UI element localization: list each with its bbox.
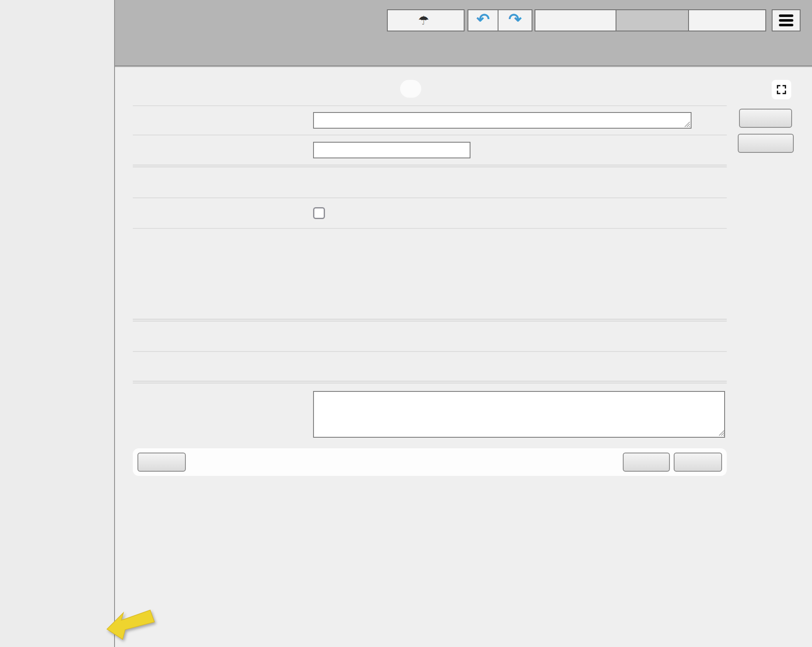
owner-row <box>133 167 727 197</box>
undo-button[interactable]: ↶ <box>468 9 498 31</box>
script-form <box>133 67 727 445</box>
source-textarea[interactable] <box>313 391 725 438</box>
dont-require-permissions-checkbox[interactable] <box>313 207 325 219</box>
run-count-row <box>133 352 727 381</box>
last-time-started-row <box>133 321 727 351</box>
source-row <box>133 383 727 445</box>
apply-button[interactable] <box>623 453 670 472</box>
fullscreen-button[interactable] <box>772 80 791 99</box>
tab-terminal[interactable] <box>689 9 766 31</box>
dont-require-permissions-row <box>133 198 727 228</box>
redo-button[interactable]: ↷ <box>498 9 532 31</box>
redo-arrow-icon: ↷ <box>508 11 521 27</box>
undo-arrow-icon: ↶ <box>476 11 490 27</box>
run-script-button[interactable] <box>738 134 794 153</box>
cancel-button[interactable] <box>137 453 186 472</box>
policy-row <box>133 229 727 319</box>
fullscreen-icon <box>776 84 787 96</box>
mode-tabs <box>535 9 766 31</box>
resize-handle-icon[interactable] <box>718 430 725 436</box>
safe-mode-button[interactable]: ☂ <box>387 9 465 31</box>
name-input[interactable] <box>313 142 470 158</box>
undo-redo-group: ↶ ↷ <box>468 9 532 31</box>
remove-button[interactable] <box>739 109 792 128</box>
content-area <box>115 67 812 647</box>
tab-webfig[interactable] <box>616 9 689 31</box>
hamburger-icon <box>779 14 793 17</box>
webfig-page: { "topbar": { "safe_mode_label": "Safe M… <box>0 0 812 647</box>
umbrella-icon: ☂ <box>418 14 429 27</box>
tab-quick-set[interactable] <box>535 9 616 31</box>
action-bar <box>133 448 727 476</box>
resize-handle-icon[interactable] <box>684 121 690 127</box>
comment-row <box>133 106 727 135</box>
topbar: ☂ ↶ ↷ <box>115 0 812 66</box>
ok-button[interactable] <box>674 453 722 472</box>
name-row <box>133 135 727 165</box>
comment-input[interactable] <box>313 112 692 129</box>
sidebar <box>0 0 115 647</box>
hamburger-menu-button[interactable] <box>772 9 801 31</box>
